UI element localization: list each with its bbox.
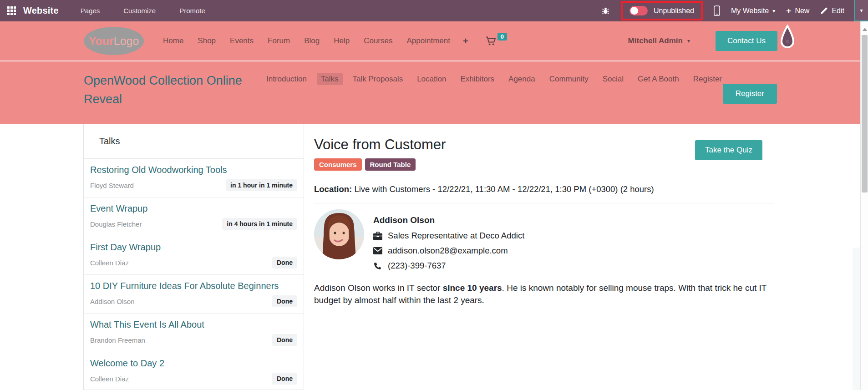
talk-speaker: Colleen Diaz (90, 259, 129, 267)
chevron-down-icon: ▾ (772, 8, 775, 14)
take-quiz-button[interactable]: Take the Quiz (695, 140, 762, 160)
site-nav-link[interactable]: Shop (198, 36, 216, 46)
talk-title-link[interactable]: Restoring Old Woodworking Tools (90, 165, 297, 175)
section-divider (314, 203, 774, 203)
cart-button[interactable]: 0 (486, 36, 507, 46)
event-menu-item[interactable]: Get A Booth (634, 73, 683, 85)
event-menu-item[interactable]: Community (545, 73, 593, 85)
site-nav-links: HomeShopEventsForumBlogHelpCoursesAppoin… (163, 36, 450, 46)
topbar-menu-item[interactable]: Pages (81, 7, 100, 15)
screen: Website PagesCustomizePromote Unpublishe… (0, 0, 868, 390)
edit-button[interactable]: Edit (820, 7, 844, 15)
talk-list-item: Restoring Old Woodworking Tools Floyd St… (84, 159, 304, 198)
site-nav-link[interactable]: Appointment (406, 36, 450, 46)
talk-status-badge: Done (272, 334, 297, 346)
talk-detail: Voice from Customer ConsumersRound Table… (314, 137, 774, 307)
talk-meta: Colleen Diaz Done (90, 257, 297, 268)
talk-meta: Colleen Diaz Done (90, 373, 297, 385)
publish-toggle[interactable] (629, 6, 648, 15)
topbar-overflow-dropdown[interactable]: ▾ (854, 0, 868, 21)
site-nav-link[interactable]: Events (230, 36, 254, 46)
talk-title-link[interactable]: Event Wrapup (90, 203, 297, 214)
register-button[interactable]: Register (723, 84, 777, 104)
talk-title-link[interactable]: First Day Wrapup (90, 242, 297, 253)
talk-status-badge: Done (272, 373, 297, 385)
event-menu-item[interactable]: Talks (317, 73, 343, 85)
chevron-down-icon: ▾ (860, 8, 863, 13)
topbar-menu-item[interactable]: Promote (179, 7, 205, 15)
speaker-role: Sales Representative at Deco Addict (388, 231, 524, 241)
event-menu-item[interactable]: Exhibitors (456, 73, 498, 85)
location-value: Live with Customers - 12/22/21, 11:30 AM… (352, 184, 654, 194)
talk-tags: ConsumersRound Table (314, 158, 774, 171)
right-gutter (853, 248, 860, 390)
chevron-down-icon: ▾ (687, 38, 690, 44)
topbar-menus: PagesCustomizePromote (81, 7, 205, 15)
my-website-dropdown[interactable]: My Website ▾ (731, 7, 775, 15)
talk-list-item: What This Event Is All About Brandon Fre… (84, 314, 304, 352)
talk-title-link[interactable]: What This Event Is All About (90, 319, 297, 330)
new-button[interactable]: + New (786, 6, 809, 16)
location-label: Location: (314, 184, 352, 194)
page-content: Talks Restoring Old Woodworking Tools Fl… (0, 124, 860, 390)
cart-count-badge: 0 (497, 33, 507, 41)
pencil-icon (820, 7, 828, 15)
event-menu-item[interactable]: Talk Proposals (349, 73, 407, 85)
debug-bug-button[interactable] (601, 6, 610, 15)
site-logo[interactable]: YourLogo (84, 27, 144, 55)
event-menu-item[interactable]: Location (413, 73, 450, 85)
talk-speaker: Colleen Diaz (90, 375, 129, 383)
mobile-preview-button[interactable] (714, 5, 720, 16)
event-menu-item[interactable]: Introduction (262, 73, 311, 85)
topbar-menu-item[interactable]: Customize (123, 7, 156, 15)
edit-label: Edit (832, 7, 844, 15)
speaker-info: Addison Olson Sales Representative at De… (373, 209, 524, 276)
talk-list-item: Welcome to Day 2 Colleen Diaz Done (84, 352, 304, 390)
user-name: Mitchell Admin (628, 36, 683, 46)
add-menu-plus-icon[interactable]: + (463, 36, 468, 46)
user-menu-dropdown[interactable]: Mitchell Admin ▾ (628, 36, 690, 46)
talk-title-link[interactable]: Welcome to Day 2 (90, 358, 297, 369)
talk-status-badge: Done (272, 295, 297, 307)
app-title: Website (23, 5, 59, 16)
site-nav-link[interactable]: Help (334, 36, 350, 46)
logo-text-bold: Your (89, 35, 114, 48)
contact-us-button[interactable]: Contact Us (716, 31, 777, 51)
talk-meta: Douglas Fletcher in 4 hours in 1 minute (90, 218, 297, 230)
talks-panel-heading: Talks (84, 124, 304, 159)
event-menu-item[interactable]: Social (599, 73, 628, 85)
speaker-bio: Addison Olson works in IT sector since 1… (314, 282, 774, 307)
event-title-link[interactable]: OpenWood Collection Online Reveal (84, 71, 252, 109)
talk-speaker: Floyd Steward (90, 182, 134, 189)
toggle-knob (630, 7, 638, 15)
talk-tag-badge: Consumers (314, 158, 362, 171)
scrollbar-thumb[interactable] (862, 35, 868, 192)
talk-location-line: Location: Live with Customers - 12/22/21… (314, 184, 774, 194)
speaker-email-line: addison.olson28@example.com (373, 246, 524, 256)
speaker-phone-line: (223)-399-7637 (373, 261, 524, 271)
site-nav-link[interactable]: Courses (364, 36, 392, 46)
talk-status-badge: in 4 hours in 1 minute (222, 218, 297, 230)
talk-status-badge: in 1 hour in 1 minute (226, 179, 297, 191)
speaker-role-line: Sales Representative at Deco Addict (373, 231, 524, 241)
plus-icon: + (786, 6, 791, 16)
event-menu-item[interactable]: Register (689, 73, 726, 85)
event-menu-item[interactable]: Agenda (504, 73, 539, 85)
talk-speaker: Addison Olson (90, 298, 135, 305)
event-header: OpenWood Collection Online Reveal Introd… (0, 61, 860, 124)
site-nav-link[interactable]: Forum (268, 36, 290, 46)
site-nav-link[interactable]: Blog (304, 36, 320, 46)
website-navbar: YourLogo HomeShopEventsForumBlogHelpCour… (0, 21, 860, 61)
vertical-scrollbar[interactable] (860, 21, 868, 390)
topbar-right: Unpublished My Website ▾ + New Edit (601, 1, 844, 20)
phone-icon (374, 262, 382, 270)
logo-text-light: Logo (114, 35, 139, 48)
speaker-phone: (223)-399-7637 (388, 261, 446, 271)
publish-highlight-box: Unpublished (621, 1, 703, 20)
talk-title-link[interactable]: 10 DIY Furniture Ideas For Absolute Begi… (90, 281, 297, 291)
my-website-label: My Website (731, 7, 769, 15)
speaker-email[interactable]: addison.olson28@example.com (388, 246, 508, 256)
scrollbar-up-arrow[interactable] (863, 28, 867, 31)
site-nav-link[interactable]: Home (163, 36, 183, 46)
apps-menu-button[interactable] (7, 6, 16, 15)
